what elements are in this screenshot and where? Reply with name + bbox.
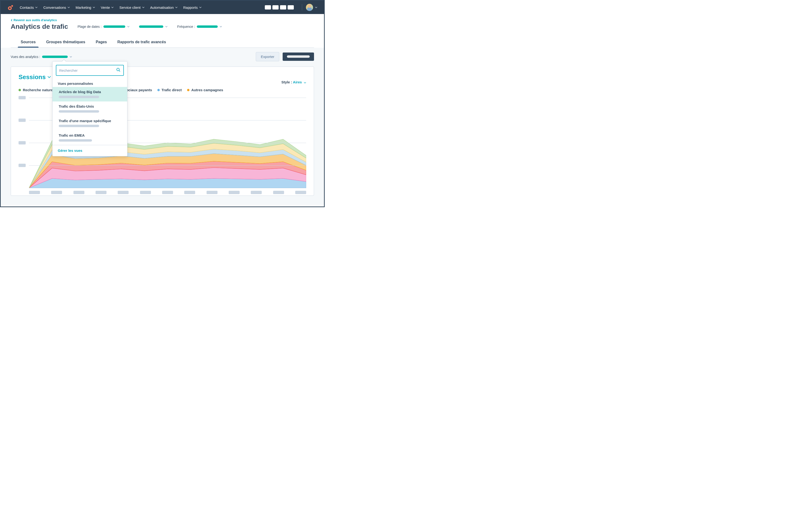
chevron-down-icon [67,7,70,8]
chevron-down-icon[interactable] [315,7,317,8]
nav-item-label: Automatisation [150,5,174,9]
popover-item[interactable]: Trafic en EMEA [53,130,127,145]
legend-item[interactable]: Recherche naturelle [19,88,57,92]
x-tick [229,191,240,194]
search-icon [116,68,120,73]
hubspot-logo-icon[interactable] [7,4,14,11]
y-tick [19,164,26,167]
area-series [29,178,306,188]
filter-label: Fréquence : [177,25,195,29]
search-input[interactable] [59,68,116,72]
chevron-down-icon [111,7,114,8]
chevron-down-icon [93,7,95,8]
nav-item-label: Contacts [20,5,34,9]
nav-item-label: Conversations [43,5,66,9]
page-title: Analytics de trafic [11,23,68,30]
nav-item[interactable]: Service client [119,5,144,9]
x-tick [162,191,173,194]
manage-views-link[interactable]: Gérer les vues [58,149,82,153]
search-box[interactable] [56,65,124,76]
legend-label: Autres campagnes [191,88,223,92]
legend-label: Recherche naturelle [23,88,57,92]
svg-line-5 [119,70,120,71]
nav-item-label: Service client [119,5,141,9]
page-header: Revenir aux outils d'analytics Analytics… [1,14,324,48]
popover-item[interactable]: Articles de blog Big Data [53,87,127,101]
primary-action-button[interactable] [283,53,314,61]
y-tick [19,141,26,145]
chevron-down-icon[interactable] [70,56,72,58]
x-tick [140,191,151,194]
legend-dot-icon [157,89,160,91]
x-tick [29,191,40,194]
nav-item[interactable]: Automatisation [150,5,178,9]
x-tick [184,191,195,194]
x-tick [118,191,128,194]
popover-item-title: Trafic d'une marque spécifique [59,119,121,123]
chevron-down-icon [175,7,178,8]
metric-label: Sessions [19,73,46,81]
legend-item[interactable]: Trafic direct [157,88,182,92]
nav-item-label: Marketing [76,5,91,9]
x-tick [95,191,107,194]
popover-item-title: Articles de blog Big Data [59,90,121,94]
chevron-down-icon [220,26,222,27]
tab[interactable]: Sources [21,37,36,48]
legend-item[interactable]: Autres campagnes [187,88,223,92]
nav-utility-pills [265,5,294,9]
chevron-down-icon [199,7,202,8]
nav-item[interactable]: Conversations [43,5,70,9]
popover-item-subtitle [59,139,92,142]
chevron-down-icon [142,7,145,8]
nav-item[interactable]: Rapports [183,5,202,9]
nav-item[interactable]: Vente [101,5,114,9]
top-nav: ContactsConversationsMarketingVenteServi… [1,1,324,14]
popover-section-title: Vues personnalisées [53,79,127,87]
views-value-pill [42,56,68,58]
popover-item-subtitle [59,110,99,113]
svg-point-1 [11,5,13,7]
avatar[interactable] [306,4,313,11]
frequency-filter[interactable]: Fréquence : [177,25,222,29]
popover-item-subtitle [59,96,99,98]
nav-pill[interactable] [280,5,286,9]
y-tick [19,96,26,99]
popover-item-subtitle [59,125,99,127]
x-tick [74,191,84,194]
toolbar: Vues des analytics : Exporter [11,52,314,61]
views-label: Vues des analytics : [11,55,40,59]
tab[interactable]: Pages [96,37,107,48]
back-link[interactable]: Revenir aux outils d'analytics [11,18,314,22]
tab[interactable]: Rapports de trafic avancés [117,37,166,48]
date-range-filter[interactable]: Plage de dates : [78,25,129,29]
nav-pill[interactable] [272,5,279,9]
filter-label: Plage de dates : [78,25,102,29]
x-tick [295,191,306,194]
popover-item-title: Trafic en EMEA [59,133,121,137]
y-tick [19,119,26,122]
nav-pill[interactable] [265,5,271,9]
export-button[interactable]: Exporter [256,52,279,61]
divider [302,4,302,11]
chevron-down-icon [35,7,37,8]
popover-item[interactable]: Trafic d'une marque spécifique [53,116,127,130]
x-tick [51,191,62,194]
popover-item[interactable]: Trafic des États-Unis [53,101,127,116]
tab[interactable]: Groupes thématiques [46,37,85,48]
legend-dot-icon [19,89,21,91]
nav-pill[interactable] [288,5,294,9]
chevron-down-icon [165,26,168,27]
style-label: Style : [282,80,292,84]
svg-point-3 [9,7,11,9]
filter-value-pill [104,25,125,28]
filter-value-pill [197,25,218,28]
nav-item-label: Rapports [183,5,198,9]
nav-item[interactable]: Marketing [76,5,95,9]
tabs: SourcesGroupes thématiquesPagesRapports … [11,37,314,48]
filter-value-pill [139,25,163,28]
secondary-filter[interactable] [139,25,168,28]
style-selector[interactable]: Style : Aires [282,80,306,84]
x-tick [251,191,262,194]
nav-item[interactable]: Contacts [20,5,37,9]
nav-item-label: Vente [101,5,110,9]
